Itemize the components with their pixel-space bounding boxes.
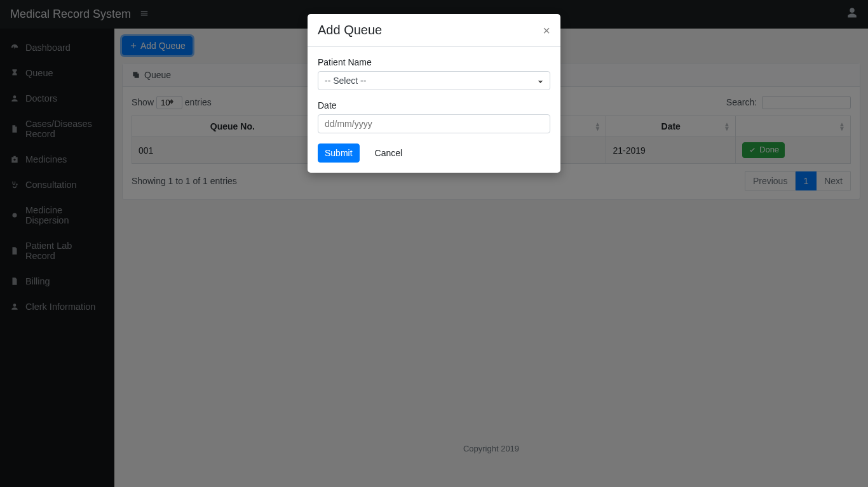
modal-title: Add Queue bbox=[318, 23, 382, 37]
patient-name-select[interactable]: -- Select -- bbox=[318, 71, 550, 90]
date-input[interactable] bbox=[318, 114, 550, 133]
add-queue-modal: Add Queue × Patient Name -- Select -- Da… bbox=[308, 14, 560, 173]
date-label: Date bbox=[318, 100, 550, 110]
submit-button[interactable]: Submit bbox=[318, 143, 360, 163]
close-icon[interactable]: × bbox=[543, 24, 550, 37]
patient-name-label: Patient Name bbox=[318, 57, 550, 67]
cancel-button[interactable]: Cancel bbox=[369, 144, 409, 162]
